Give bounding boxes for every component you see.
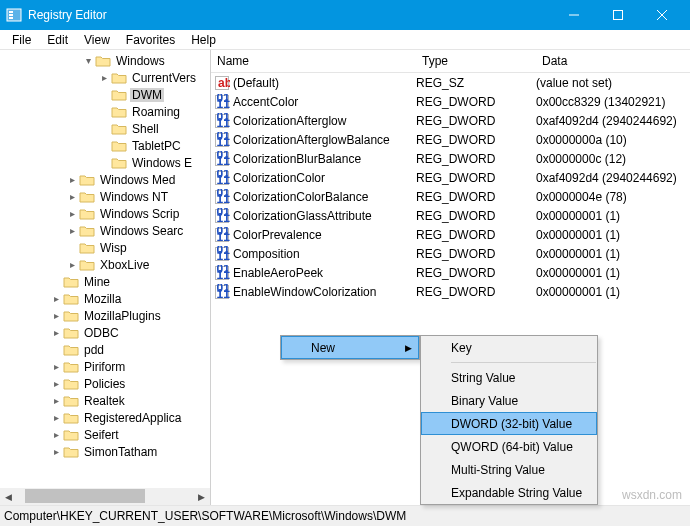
tree-item[interactable]: ▸Piriform [0,358,210,375]
binary-value-icon: 011110 [211,208,233,224]
tree-item[interactable]: ▸Seifert [0,426,210,443]
scroll-thumb[interactable] [25,489,145,503]
tree-item[interactable]: ▸Windows Med [0,171,210,188]
close-button[interactable] [640,0,684,30]
tree-toggle-icon[interactable]: ▸ [50,429,63,440]
tree-item[interactable]: ▸ODBC [0,324,210,341]
tree-item[interactable]: Shell [0,120,210,137]
tree-toggle-icon[interactable]: ▸ [50,310,63,321]
tree-item[interactable]: ▸CurrentVers [0,69,210,86]
context-item-label: Binary Value [451,394,518,408]
context-item[interactable]: String Value [421,366,597,389]
context-item[interactable]: Key [421,336,597,359]
list-row[interactable]: 011110ColorizationColorBalanceREG_DWORD0… [211,187,690,206]
tree-hscrollbar[interactable]: ◀ ▶ [0,488,210,505]
value-data: 0x00000001 (1) [536,247,690,261]
tree-toggle-icon[interactable]: ▸ [66,225,79,236]
tree-item[interactable]: Wisp [0,239,210,256]
tree-toggle-icon[interactable]: ▸ [50,293,63,304]
maximize-button[interactable] [596,0,640,30]
tree-toggle-icon[interactable]: ▸ [50,327,63,338]
value-data: 0x00000001 (1) [536,228,690,242]
folder-icon [63,428,79,442]
menu-view[interactable]: View [76,31,118,49]
tree-toggle-icon[interactable]: ▸ [98,72,111,83]
tree-item[interactable]: ▸Policies [0,375,210,392]
list-row[interactable]: 011110ColorPrevalenceREG_DWORD0x00000001… [211,225,690,244]
tree-item-label: Shell [130,122,161,136]
tree-item[interactable]: ▸XboxLive [0,256,210,273]
context-menu-new-parent: New ▶ [280,335,420,360]
list-row[interactable]: ab(Default)REG_SZ(value not set) [211,73,690,92]
tree-item[interactable]: ▸Windows Searc [0,222,210,239]
list-row[interactable]: 011110ColorizationGlassAttributeREG_DWOR… [211,206,690,225]
tree-item[interactable]: ▸Mozilla [0,290,210,307]
value-data: 0x00000001 (1) [536,209,690,223]
tree-item[interactable]: Roaming [0,103,210,120]
tree-item-label: pdd [82,343,106,357]
menu-favorites[interactable]: Favorites [118,31,183,49]
list-row[interactable]: 011110ColorizationAfterglowREG_DWORD0xaf… [211,111,690,130]
tree-toggle-icon[interactable]: ▾ [82,55,95,66]
tree-item[interactable]: ▸Windows Scrip [0,205,210,222]
value-data: (value not set) [536,76,690,90]
tree-toggle-icon[interactable]: ▸ [50,378,63,389]
context-item-new[interactable]: New ▶ [281,336,419,359]
tree-item[interactable]: ▸SimonTatham [0,443,210,460]
tree-toggle-icon[interactable]: ▸ [50,395,63,406]
tree-item[interactable]: ▸MozillaPlugins [0,307,210,324]
context-item[interactable]: Expandable String Value [421,481,597,504]
minimize-button[interactable] [552,0,596,30]
scroll-right-arrow[interactable]: ▶ [193,488,210,505]
tree-item[interactable]: ▸Realtek [0,392,210,409]
scroll-left-arrow[interactable]: ◀ [0,488,17,505]
tree-toggle-icon[interactable]: ▸ [66,174,79,185]
tree-item[interactable]: Windows E [0,154,210,171]
list-row[interactable]: 011110CompositionREG_DWORD0x00000001 (1) [211,244,690,263]
context-item[interactable]: DWORD (32-bit) Value [421,412,597,435]
tree-item[interactable]: ▸RegisteredApplica [0,409,210,426]
column-name[interactable]: Name [211,54,416,68]
value-data: 0xaf4092d4 (2940244692) [536,171,690,185]
tree-item[interactable]: Mine [0,273,210,290]
list-row[interactable]: 011110ColorizationAfterglowBalanceREG_DW… [211,130,690,149]
tree-item[interactable]: pdd [0,341,210,358]
menu-edit[interactable]: Edit [39,31,76,49]
list-row[interactable]: 011110ColorizationBlurBalanceREG_DWORD0x… [211,149,690,168]
tree-item-label: Windows E [130,156,194,170]
tree-item[interactable]: ▾Windows [0,52,210,69]
svg-rect-3 [9,17,13,19]
svg-text:110: 110 [217,229,231,243]
context-item[interactable]: Multi-String Value [421,458,597,481]
menu-help[interactable]: Help [183,31,224,49]
tree-pane[interactable]: ▾Windows▸CurrentVersDWMRoamingShellTable… [0,50,211,505]
tree-item-label: TabletPC [130,139,183,153]
value-name: (Default) [233,76,416,90]
tree-toggle-icon[interactable]: ▸ [50,446,63,457]
context-submenu-new: KeyString ValueBinary ValueDWORD (32-bit… [420,335,598,505]
column-type[interactable]: Type [416,54,536,68]
tree-toggle-icon[interactable]: ▸ [66,259,79,270]
value-name: ColorizationGlassAttribute [233,209,416,223]
context-item-new-label: New [311,341,335,355]
value-name: AccentColor [233,95,416,109]
tree-toggle-icon[interactable]: ▸ [50,361,63,372]
tree-toggle-icon[interactable]: ▸ [66,191,79,202]
svg-text:110: 110 [217,115,231,129]
tree-toggle-icon[interactable]: ▸ [66,208,79,219]
list-row[interactable]: 011110EnableWindowColorizationREG_DWORD0… [211,282,690,301]
tree-item[interactable]: ▸Windows NT [0,188,210,205]
context-item[interactable]: QWORD (64-bit) Value [421,435,597,458]
folder-icon [79,241,95,255]
list-row[interactable]: 011110EnableAeroPeekREG_DWORD0x00000001 … [211,263,690,282]
menu-file[interactable]: File [4,31,39,49]
list-row[interactable]: 011110ColorizationColorREG_DWORD0xaf4092… [211,168,690,187]
list-row[interactable]: 011110AccentColorREG_DWORD0x00cc8329 (13… [211,92,690,111]
tree-item[interactable]: TabletPC [0,137,210,154]
window-title: Registry Editor [28,8,552,22]
column-data[interactable]: Data [536,54,690,68]
tree-toggle-icon[interactable]: ▸ [50,412,63,423]
svg-text:110: 110 [217,286,231,300]
tree-item[interactable]: DWM [0,86,210,103]
context-item[interactable]: Binary Value [421,389,597,412]
